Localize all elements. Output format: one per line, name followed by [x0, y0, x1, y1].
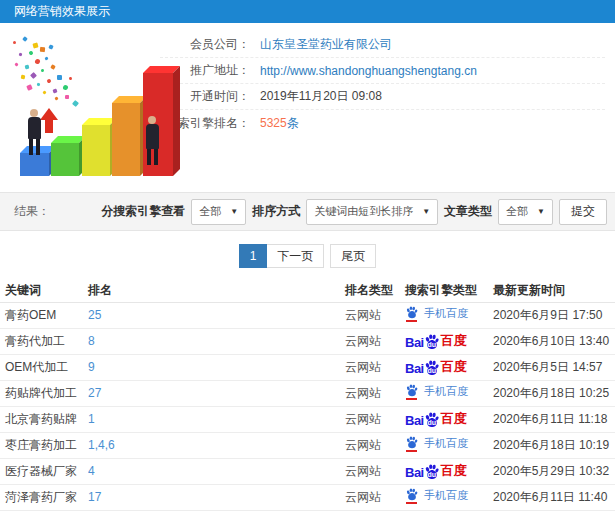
keyword-cell: OEM代加工	[0, 354, 88, 380]
result-label: 结果：	[14, 203, 50, 220]
red-underline	[406, 398, 417, 400]
rank-link[interactable]: 25	[88, 302, 345, 328]
keyword-cell: 北京膏药贴牌	[0, 406, 88, 432]
mobile-baidu-badge: 手机百度	[405, 306, 468, 322]
businessman-figure-left	[26, 109, 42, 155]
keyword-cell: 菏泽膏药厂家	[0, 484, 88, 510]
keyword-cell: 枣庄膏药加工	[0, 432, 88, 458]
promotion-url-link[interactable]: http://www.shandonghuangshengtang.cn	[260, 64, 477, 78]
engine-rank-unit: 条	[287, 116, 299, 130]
chevron-down-icon: ▼	[230, 207, 238, 216]
updated-cell: 2020年6月18日 10:19	[493, 432, 615, 458]
rank-link[interactable]: 17	[88, 484, 345, 510]
illustration-bar-green	[51, 143, 79, 176]
baidu-paw-icon: du	[424, 412, 440, 428]
rank-type-cell: 云网站	[345, 458, 405, 484]
mobile-baidu-paw-icon	[405, 306, 419, 322]
article-type-value: 全部	[506, 204, 528, 219]
col-header-keyword: 关键词	[0, 280, 88, 302]
table-row: 药贴牌代加工 27 云网站 手机百度 2020年6月18日 10:	[0, 380, 615, 406]
info-row-company: 会员公司： 山东皇圣堂药业有限公司	[160, 32, 605, 58]
col-header-rank-type: 排名类型	[345, 280, 405, 302]
keyword-cell: 药贴牌代加工	[0, 380, 88, 406]
results-table: 关键词 排名 排名类型 搜索引擎类型 最新更新时间 膏药OEM 25 云网站	[0, 280, 615, 511]
rank-link[interactable]: 27	[88, 380, 345, 406]
baidu-logo: Bai du 百度	[405, 410, 467, 428]
info-row-url: 推广地址： http://www.shandonghuangshengtang.…	[160, 58, 605, 84]
submit-button[interactable]: 提交	[559, 199, 607, 225]
info-row-engine-rank: 搜索引擎排名： 5325条	[160, 110, 605, 136]
rank-type-cell: 云网站	[345, 354, 405, 380]
page-header-bar: 网络营销效果展示	[0, 0, 615, 23]
illustration-bar-blue	[20, 153, 49, 176]
rank-type-cell: 云网站	[345, 328, 405, 354]
sort-label: 排序方式	[252, 203, 300, 220]
rank-type-cell: 云网站	[345, 406, 405, 432]
engine-cell: 手机百度	[405, 380, 493, 406]
updated-cell: 2020年5月29日 10:32	[493, 458, 615, 484]
businessman-figure-right	[144, 116, 160, 165]
bar-chart-illustration	[5, 31, 185, 183]
red-underline	[406, 450, 417, 452]
engine-cell: Bai du 百度	[405, 458, 493, 484]
article-type-select[interactable]: 全部 ▼	[498, 199, 553, 225]
results-table-body: 膏药OEM 25 云网站 手机百度 2020年6月9日 17:50	[0, 302, 615, 510]
engine-cell: Bai du 百度	[405, 354, 493, 380]
sort-select[interactable]: 关键词由短到长排序 ▼	[306, 199, 438, 225]
rank-type-cell: 云网站	[345, 380, 405, 406]
table-row: 膏药代加工 8 云网站 Bai du 百度 2020	[0, 328, 615, 354]
rank-link[interactable]: 4	[88, 458, 345, 484]
updated-cell: 2020年6月18日 10:25	[493, 380, 615, 406]
sort-value: 关键词由短到长排序	[314, 204, 413, 219]
mobile-baidu-paw-icon	[405, 384, 419, 400]
table-row: OEM代加工 9 云网站 Bai du 百度 202	[0, 354, 615, 380]
table-row: 枣庄膏药加工 1,4,6 云网站 手机百度 2020年6月18日	[0, 432, 615, 458]
baidu-logo: Bai du 百度	[405, 332, 467, 350]
page-title: 网络营销效果展示	[14, 4, 110, 18]
up-arrow-icon	[40, 108, 58, 133]
red-underline	[406, 502, 417, 504]
engine-cell: 手机百度	[405, 302, 493, 328]
page-button-current[interactable]: 1	[239, 244, 268, 268]
red-underline	[406, 320, 417, 322]
keyword-cell: 医疗器械厂家	[0, 458, 88, 484]
col-header-engine-type: 搜索引擎类型	[405, 280, 493, 302]
baidu-paw-icon: du	[424, 464, 440, 480]
engine-cell: 手机百度	[405, 484, 493, 510]
company-name-link[interactable]: 山东皇圣堂药业有限公司	[260, 36, 392, 53]
rank-link[interactable]: 1	[88, 406, 345, 432]
baidu-paw-icon: du	[424, 360, 440, 376]
engine-filter-select[interactable]: 全部 ▼	[191, 199, 246, 225]
updated-cell: 2020年6月11日 11:40	[493, 484, 615, 510]
rank-link[interactable]: 1,4,6	[88, 432, 345, 458]
mobile-baidu-paw-icon	[405, 436, 419, 452]
engine-cell: Bai du 百度	[405, 328, 493, 354]
article-type-label: 文章类型	[444, 203, 492, 220]
mobile-baidu-badge: 手机百度	[405, 384, 468, 400]
baidu-paw-icon: du	[424, 334, 440, 350]
table-header-row: 关键词 排名 排名类型 搜索引擎类型 最新更新时间	[0, 280, 615, 302]
chevron-down-icon: ▼	[537, 207, 545, 216]
table-row: 北京膏药贴牌 1 云网站 Bai du 百度 202	[0, 406, 615, 432]
pagination: 1 下一页 尾页	[0, 231, 615, 280]
updated-cell: 2020年6月11日 11:18	[493, 406, 615, 432]
rank-link[interactable]: 9	[88, 354, 345, 380]
col-header-rank: 排名	[88, 280, 345, 302]
baidu-logo: Bai du 百度	[405, 358, 467, 376]
table-row: 医疗器械厂家 4 云网站 Bai du 百度 202	[0, 458, 615, 484]
keyword-cell: 膏药代加工	[0, 328, 88, 354]
open-time-value: 2019年11月20日 09:08	[260, 88, 382, 105]
rank-link[interactable]: 8	[88, 328, 345, 354]
updated-cell: 2020年6月9日 17:50	[493, 302, 615, 328]
illustration-bar-orange	[112, 103, 140, 176]
mobile-baidu-badge: 手机百度	[405, 488, 468, 504]
last-page-button[interactable]: 尾页	[330, 244, 376, 268]
updated-cell: 2020年6月5日 14:57	[493, 354, 615, 380]
next-page-button[interactable]: 下一页	[267, 244, 324, 268]
filter-bar: 结果： 分搜索引擎查看 全部 ▼ 排序方式 关键词由短到长排序 ▼ 文章类型 全…	[0, 192, 615, 231]
engine-cell: Bai du 百度	[405, 406, 493, 432]
updated-cell: 2020年6月10日 13:40	[493, 328, 615, 354]
company-info-section: 会员公司： 山东皇圣堂药业有限公司 推广地址： http://www.shand…	[0, 23, 615, 192]
filter-controls: 分搜索引擎查看 全部 ▼ 排序方式 关键词由短到长排序 ▼ 文章类型 全部 ▼ …	[101, 199, 607, 225]
engine-rank-count: 5325	[260, 116, 287, 130]
